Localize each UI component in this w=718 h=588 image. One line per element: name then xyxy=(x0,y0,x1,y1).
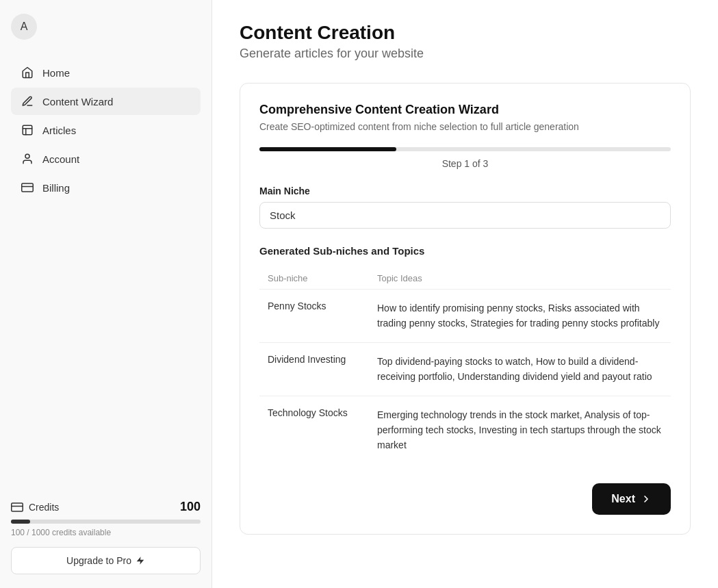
sidebar-item-articles-label: Articles xyxy=(42,125,76,136)
svg-marker-8 xyxy=(137,557,144,565)
content-wizard-icon xyxy=(21,94,34,108)
section-title: Generated Sub-niches and Topics xyxy=(259,245,671,257)
sidebar-item-content-wizard[interactable]: Content Wizard xyxy=(11,88,201,115)
svg-rect-4 xyxy=(22,183,34,192)
table-row: Technology StocksEmerging technology tre… xyxy=(259,396,671,464)
lightning-icon xyxy=(136,556,145,565)
next-label: Next xyxy=(611,493,635,505)
sub-niche-cell: Dividend Investing xyxy=(259,342,369,396)
svg-rect-0 xyxy=(23,125,32,135)
chevron-right-icon xyxy=(641,494,652,504)
sub-niche-cell: Penny Stocks xyxy=(259,290,369,343)
main-niche-input[interactable] xyxy=(259,202,671,229)
next-button[interactable]: Next xyxy=(592,483,671,515)
upgrade-label: Upgrade to Pro xyxy=(66,555,131,566)
credits-card-icon xyxy=(11,501,23,513)
sub-niche-table: Sub-niche Topic Ideas Penny StocksHow to… xyxy=(259,268,671,464)
bottom-bar: Next xyxy=(259,483,671,515)
table-row: Dividend InvestingTop dividend-paying st… xyxy=(259,342,671,396)
avatar: A xyxy=(11,14,37,40)
svg-point-3 xyxy=(25,154,29,158)
upgrade-button[interactable]: Upgrade to Pro xyxy=(11,547,201,574)
svg-rect-6 xyxy=(12,503,23,511)
sidebar-nav: Home Content Wizard Articles xyxy=(11,59,201,203)
credits-label: Credits xyxy=(11,501,59,513)
step-label: Step 1 of 3 xyxy=(259,158,671,169)
sidebar-item-account[interactable]: Account xyxy=(11,145,201,172)
progress-bar-fill xyxy=(259,147,396,151)
credits-bar-bg xyxy=(11,520,201,524)
main-niche-field: Main Niche xyxy=(259,186,671,229)
sidebar-bottom: Credits 100 100 / 1000 credits available… xyxy=(11,486,201,574)
table-row: Penny StocksHow to identify promising pe… xyxy=(259,290,671,343)
credits-header: Credits 100 xyxy=(11,500,201,514)
credits-value: 100 xyxy=(180,500,201,514)
sidebar-item-articles[interactable]: Articles xyxy=(11,116,201,144)
credits-sub: 100 / 1000 credits available xyxy=(11,528,201,537)
sidebar-item-account-label: Account xyxy=(42,153,79,165)
sidebar-item-content-wizard-label: Content Wizard xyxy=(42,96,113,107)
main-content: Content Creation Generate articles for y… xyxy=(212,0,718,588)
col-header-sub-niche: Sub-niche xyxy=(259,268,369,290)
sidebar: A Home Content Wizard xyxy=(0,0,212,588)
sidebar-item-home[interactable]: Home xyxy=(11,59,201,86)
credits-bar-fill xyxy=(11,520,30,524)
sidebar-item-billing-label: Billing xyxy=(42,182,70,194)
col-header-topics: Topic Ideas xyxy=(369,268,671,290)
articles-icon xyxy=(21,123,34,137)
sidebar-item-home-label: Home xyxy=(42,67,70,79)
field-label: Main Niche xyxy=(259,186,671,196)
home-icon xyxy=(21,66,34,79)
wizard-subtitle: Create SEO-optimized content from niche … xyxy=(259,121,671,132)
account-icon xyxy=(21,152,34,166)
topics-cell: How to identify promising penny stocks, … xyxy=(369,290,671,343)
topics-cell: Emerging technology trends in the stock … xyxy=(369,396,671,464)
progress-bar-bg xyxy=(259,147,671,151)
topics-cell: Top dividend-paying stocks to watch, How… xyxy=(369,342,671,396)
wizard-card: Comprehensive Content Creation Wizard Cr… xyxy=(240,83,691,535)
wizard-title: Comprehensive Content Creation Wizard xyxy=(259,103,671,117)
page-subtitle: Generate articles for your website xyxy=(240,47,691,61)
sidebar-item-billing[interactable]: Billing xyxy=(11,174,201,201)
page-title: Content Creation xyxy=(240,22,691,44)
sub-niche-cell: Technology Stocks xyxy=(259,396,369,464)
billing-icon xyxy=(21,181,34,194)
